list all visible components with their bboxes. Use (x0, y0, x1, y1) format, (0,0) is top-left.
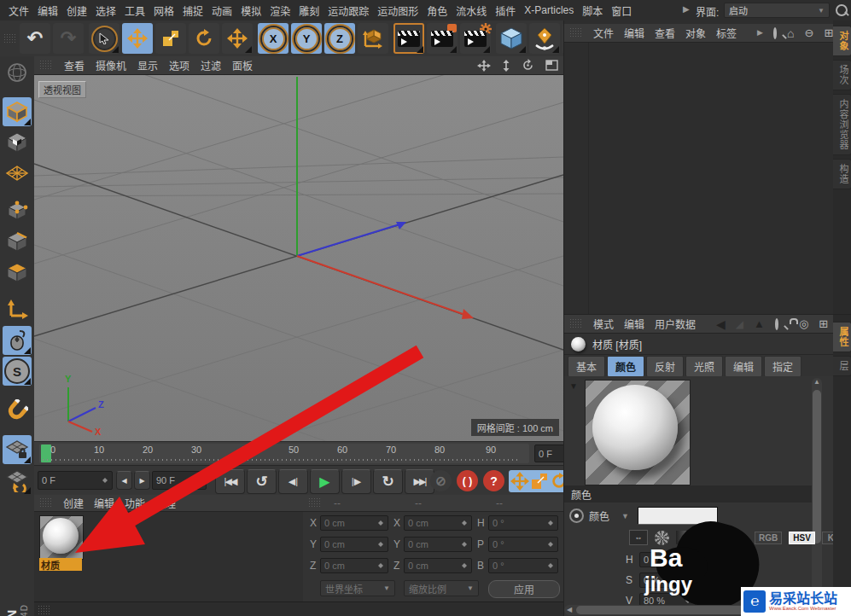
scroll-up-icon[interactable]: ▲ (813, 378, 820, 386)
spinner-icon[interactable] (461, 561, 468, 571)
scale-x-field[interactable]: 0 cm (404, 515, 472, 531)
make-editable-button[interactable] (3, 58, 32, 87)
tab-reflectance[interactable]: 反射 (646, 356, 684, 377)
lock-workplane-button[interactable] (3, 435, 32, 464)
spinner-icon[interactable] (461, 518, 468, 528)
menu-pipeline[interactable]: 流水线 (456, 3, 487, 18)
color-wheel-icon[interactable] (655, 531, 669, 545)
play-forward-loop-button[interactable]: ↻ (373, 469, 403, 494)
material-menu-create[interactable]: 创建 (63, 496, 84, 510)
live-selection-button[interactable] (89, 23, 119, 54)
new-panel-icon[interactable]: ⊞ (819, 318, 828, 329)
edges-mode-button[interactable] (3, 227, 32, 256)
menu-select[interactable]: 选择 (96, 3, 116, 18)
am-menu-edit[interactable]: 编辑 (624, 317, 644, 331)
vertical-scrollbar[interactable]: ▲ (812, 378, 822, 591)
polygons-mode-button[interactable] (3, 258, 32, 287)
rotate-tool-button[interactable] (189, 23, 219, 54)
spinner-icon[interactable] (547, 561, 554, 571)
axis-y-lock-button[interactable]: Y (291, 23, 322, 54)
material-manager-body[interactable]: 材质 (34, 512, 303, 601)
viewport-toggle-icon[interactable] (545, 60, 558, 71)
viewport-pan-icon[interactable] (477, 60, 491, 72)
apply-button[interactable]: 应用 (488, 580, 560, 598)
enable-axis-button[interactable] (3, 295, 32, 324)
undo-button[interactable]: ↶ (20, 23, 50, 54)
workplane-mode-button[interactable] (3, 159, 32, 188)
tab-objects[interactable]: 对象 (833, 26, 851, 56)
snap-enable-button[interactable]: S (3, 357, 32, 386)
bottom-strip-grip[interactable] (38, 605, 51, 616)
attribute-grip[interactable] (569, 318, 583, 329)
viewport-menu-display[interactable]: 显示 (137, 58, 158, 73)
om-menu-file[interactable]: 文件 (593, 26, 614, 40)
target-icon[interactable]: ◎ (799, 318, 808, 329)
tab-attributes[interactable]: 属性 (833, 322, 851, 352)
material-thumbnail[interactable] (39, 515, 84, 560)
menu-plugins[interactable]: 插件 (495, 3, 516, 18)
model-mode-button[interactable] (3, 97, 32, 126)
rot-p-field[interactable]: 0 ° (488, 537, 558, 552)
tab-structure[interactable]: 构造 (833, 159, 851, 189)
play-backwards-loop-button[interactable]: ↺ (247, 469, 277, 494)
material-preview[interactable] (585, 380, 691, 485)
tab-luminance[interactable]: 光照 (685, 356, 723, 377)
collapse-triangle-icon[interactable]: ▼ (569, 381, 578, 391)
coordinates-grip[interactable] (308, 497, 322, 508)
prev-key-button[interactable]: ◀ (116, 471, 132, 490)
add-layer-icon[interactable]: ⊞ (824, 27, 833, 38)
play-button[interactable]: ▶ (310, 469, 340, 494)
material-menu-edit[interactable]: 编辑 (94, 496, 114, 510)
axis-x-lock-button[interactable]: X (258, 23, 289, 54)
tab-color[interactable]: 颜色 (607, 356, 644, 377)
tweak-mode-button[interactable] (3, 326, 32, 355)
tab-assign[interactable]: 指定 (764, 356, 801, 377)
spinner-icon[interactable] (547, 539, 554, 549)
timeline-ruler[interactable]: 0 10 20 30 40 50 60 70 80 90 0 F (34, 441, 563, 466)
am-search-icon[interactable] (775, 318, 778, 330)
panel-arrow-icon[interactable]: ▶ (683, 5, 690, 14)
om-search-icon[interactable] (773, 27, 777, 39)
menu-mograph[interactable]: 运动图形 (377, 3, 418, 18)
pos-z-field[interactable]: 0 cm (320, 558, 388, 573)
last-tool-button[interactable] (222, 23, 253, 54)
am-menu-userdata[interactable]: 用户数据 (655, 317, 696, 331)
pos-y-field[interactable]: 0 cm (320, 537, 388, 552)
view-label[interactable]: 透视视图 (38, 81, 86, 98)
panel-arrow-icon[interactable]: ▶ (757, 29, 763, 37)
spinner-icon[interactable] (461, 539, 468, 549)
material-menu-function[interactable]: 功能 (125, 496, 145, 510)
spinner-icon[interactable] (547, 518, 554, 528)
radio-icon[interactable] (569, 508, 584, 523)
history-back-icon[interactable]: ◀ (716, 318, 726, 330)
tab-editor[interactable]: 编辑 (725, 356, 762, 377)
menu-create[interactable]: 创建 (67, 3, 87, 18)
home-icon[interactable]: ⌂ (787, 27, 794, 39)
end-frame-field[interactable]: 90 F (152, 471, 207, 490)
viewport-menu-options[interactable]: 选项 (169, 58, 189, 73)
menu-animate[interactable]: 动画 (212, 3, 232, 18)
om-menu-tags[interactable]: 标签 (716, 26, 737, 40)
spinner-icon[interactable] (377, 561, 384, 571)
rot-b-field[interactable]: 0 ° (488, 558, 558, 573)
menu-edit[interactable]: 编辑 (38, 3, 58, 18)
autokey-button[interactable]: ( ) (457, 470, 478, 491)
tab-content-browser[interactable]: 内容浏览器 (833, 94, 851, 155)
spinner-icon[interactable] (377, 518, 384, 528)
spinner-icon[interactable] (377, 539, 384, 549)
ruler-track[interactable]: 0 10 20 30 40 50 60 70 80 90 (39, 444, 529, 463)
up-level-icon[interactable]: ▲ (754, 318, 765, 329)
menu-simulate[interactable]: 模拟 (241, 3, 261, 18)
menu-sculpt[interactable]: 雕刻 (299, 3, 319, 18)
render-settings-button[interactable] (460, 23, 491, 54)
menu-motion-tracker[interactable]: 运动跟踪 (328, 3, 369, 18)
object-manager-grip[interactable] (569, 27, 583, 38)
interface-dropdown[interactable]: 启动 ▼ (724, 3, 830, 18)
scale-tool-button[interactable] (155, 23, 186, 54)
menu-xparticles[interactable]: X-Particles (524, 4, 574, 16)
points-mode-button[interactable] (3, 196, 32, 225)
viewport-grip[interactable] (39, 60, 53, 71)
object-tree[interactable] (564, 43, 833, 314)
tab-layers[interactable]: 层 (833, 356, 851, 376)
current-frame-field[interactable]: 0 F (38, 471, 113, 490)
